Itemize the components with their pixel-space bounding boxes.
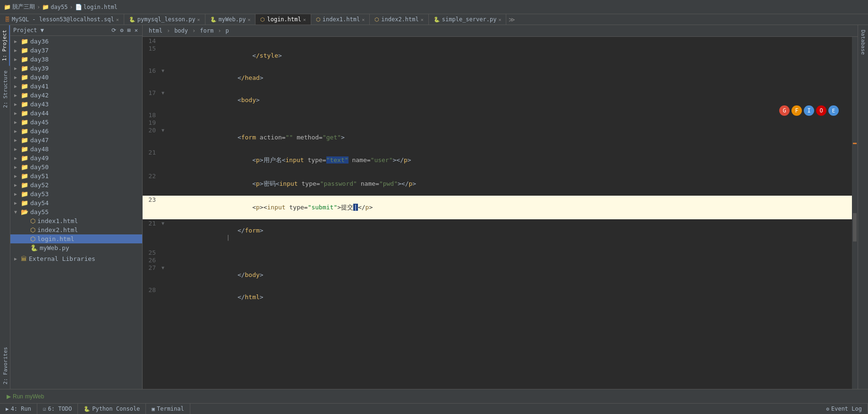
close-icon-simple[interactable]: ✕ — [498, 17, 501, 22]
tab-mysql[interactable]: 🗄 MySQL - lesson53@localhost.sql ✕ — [0, 14, 124, 25]
close-icon-myweb[interactable]: ✕ — [247, 17, 250, 22]
panel-sync-icon[interactable]: ⟳ — [110, 26, 118, 34]
breadcrumb-item-day55[interactable]: 📁 day55 — [42, 4, 68, 10]
path-item-html[interactable]: html — [146, 26, 165, 35]
browser-icon-chrome[interactable]: G — [779, 105, 790, 116]
side-tab-favorites[interactable]: 2: Favorites — [0, 342, 10, 389]
tab-index1[interactable]: ⬡ index1.html ✕ — [311, 14, 370, 25]
tree-item-day50[interactable]: ▶ 📁 day50 — [10, 163, 142, 172]
close-icon-login[interactable]: ✕ — [303, 17, 306, 22]
browser-icon-ie[interactable]: I — [804, 105, 814, 116]
close-icon-mysql[interactable]: ✕ — [116, 17, 119, 22]
tree-item-day48[interactable]: ▶ 📁 day48 — [10, 145, 142, 154]
line-content-25[interactable] — [169, 249, 858, 256]
tree-item-day40[interactable]: ▶ 📁 day40 — [10, 73, 142, 82]
line-content-22[interactable]: <p>密码<input type="password" name="pwd"><… — [169, 172, 858, 196]
breadcrumb-item-root[interactable]: 📁 脱产三期 — [4, 3, 35, 11]
tree-item-day53[interactable]: ▶ 📁 day53 — [10, 190, 142, 198]
tree-item-day54[interactable]: ▶ 📁 day54 — [10, 198, 142, 207]
line-content-16[interactable]: </head> — [169, 67, 858, 89]
code-editor[interactable]: 14 15 </style> 16 — [143, 37, 858, 389]
line-fold-28[interactable] — [162, 286, 169, 308]
path-item-p[interactable]: p — [223, 26, 231, 35]
close-icon-index2[interactable]: ✕ — [421, 17, 424, 22]
bottom-tab-terminal[interactable]: ▣ Terminal — [146, 404, 190, 414]
breadcrumb-item-file[interactable]: 📄 login.html — [75, 4, 118, 10]
tree-item-day46[interactable]: ▶ 📁 day46 — [10, 127, 142, 136]
tree-item-login[interactable]: ⬡ login.html — [10, 234, 142, 243]
line-content-14[interactable] — [169, 37, 858, 44]
tree-item-day45[interactable]: ▶ 📁 day45 — [10, 118, 142, 127]
tree-item-day55[interactable]: ▼ 📂 day55 — [10, 207, 142, 216]
bottom-tab-console[interactable]: 🐍 Python Console — [78, 404, 146, 414]
tree-item-day36[interactable]: ▶ 📁 day36 — [10, 37, 142, 46]
tree-item-index1[interactable]: ⬡ index1.html — [10, 216, 142, 225]
line-fold-23[interactable] — [162, 196, 169, 219]
tree-item-day49[interactable]: ▶ 📁 day49 — [10, 154, 142, 163]
line-content-19[interactable] — [169, 119, 858, 126]
line-fold-17[interactable]: ▼ — [162, 89, 169, 111]
close-icon-index1[interactable]: ✕ — [362, 17, 365, 22]
side-tab-structure[interactable]: 2: Structure — [0, 66, 10, 112]
tree-item-day39[interactable]: ▶ 📁 day39 — [10, 64, 142, 73]
path-item-form[interactable]: form — [197, 26, 216, 35]
tree-item-day37[interactable]: ▶ 📁 day37 — [10, 46, 142, 55]
line-fold-15[interactable] — [162, 44, 169, 67]
line-content-23[interactable]: <p><input type="submit">提交|</p> — [169, 196, 858, 219]
line-content-17[interactable]: <body> — [169, 89, 858, 111]
tree-item-external[interactable]: ▶ 🏛 External Libraries — [10, 254, 142, 263]
scroll-thumb[interactable] — [853, 213, 857, 242]
tree-item-myweb[interactable]: 🐍 myWeb.py — [10, 243, 142, 252]
tree-item-day42[interactable]: ▶ 📁 day42 — [10, 91, 142, 100]
line-content-28[interactable]: </html> — [169, 286, 858, 308]
line-fold-25[interactable] — [162, 249, 169, 256]
tree-item-day41[interactable]: ▶ 📁 day41 — [10, 82, 142, 91]
tree-item-index2[interactable]: ⬡ index2.html — [10, 225, 142, 234]
line-fold-27[interactable]: ▼ — [162, 264, 169, 286]
tab-myweb[interactable]: 🐍 myWeb.py ✕ — [205, 14, 256, 25]
tree-item-day38[interactable]: ▶ 📁 day38 — [10, 55, 142, 64]
panel-hide-icon[interactable]: ✕ — [133, 26, 139, 34]
line-fold-18[interactable] — [162, 111, 169, 119]
line-fold-24[interactable]: ▼ — [162, 219, 169, 249]
bottom-tab-eventlog[interactable]: ⚙ Event Log — [820, 404, 868, 414]
line-content-15[interactable]: </style> — [169, 44, 858, 67]
path-item-body[interactable]: body — [172, 26, 190, 35]
tree-item-day51[interactable]: ▶ 📁 day51 — [10, 172, 142, 181]
browser-icon-edge[interactable]: E — [828, 105, 839, 116]
tree-item-day47[interactable]: ▶ 📁 day47 — [10, 136, 142, 145]
tab-simple[interactable]: 🐍 simple_server.py ✕ — [429, 14, 507, 25]
tabs-overflow-btn[interactable]: ≫ — [506, 16, 518, 23]
tab-login[interactable]: ⬡ login.html ✕ — [255, 14, 311, 25]
panel-layout-icon[interactable]: ⊞ — [126, 26, 132, 34]
bottom-tab-todo[interactable]: ☑ 6: TODO — [37, 404, 78, 414]
scrollbar-track[interactable] — [852, 37, 858, 389]
tree-item-day52[interactable]: ▶ 📁 day52 — [10, 181, 142, 190]
close-icon-pymysql[interactable]: ✕ — [197, 17, 200, 22]
line-fold-26[interactable] — [162, 256, 169, 264]
line-fold-20[interactable]: ▼ — [162, 126, 169, 148]
side-tab-project[interactable]: 1: Project — [0, 25, 10, 66]
line-content-20[interactable]: <form action="" method="get"> — [169, 126, 858, 148]
tab-index2[interactable]: ⬡ index2.html ✕ — [370, 14, 429, 25]
panel-gear-icon[interactable]: ⚙ — [119, 26, 125, 34]
line-content-21[interactable]: <p>用户名<input type="text" name="user"></p… — [169, 148, 858, 172]
line-content-27[interactable]: </body> — [169, 264, 858, 286]
tree-label-day48: day48 — [30, 146, 49, 153]
tab-pymysql[interactable]: 🐍 pymysql_lesson.py ✕ — [124, 14, 205, 25]
line-fold-19[interactable] — [162, 119, 169, 126]
side-tab-database[interactable]: Database — [859, 25, 868, 60]
line-content-24[interactable]: </form> | — [169, 219, 858, 249]
browser-icon-opera[interactable]: O — [816, 105, 826, 116]
line-fold-14[interactable] — [162, 37, 169, 44]
bottom-tab-run[interactable]: ▶ 4: Run — [0, 404, 37, 414]
line-fold-21[interactable] — [162, 148, 169, 172]
run-button[interactable]: ▶ Run myWeb — [4, 392, 47, 401]
tree-item-day43[interactable]: ▶ 📁 day43 — [10, 100, 142, 109]
tree-item-day44[interactable]: ▶ 📁 day44 — [10, 109, 142, 118]
browser-icon-firefox[interactable]: F — [791, 105, 802, 116]
line-content-26[interactable] — [169, 256, 858, 264]
line-content-18[interactable] — [169, 111, 858, 119]
line-fold-22[interactable] — [162, 172, 169, 196]
line-fold-16[interactable]: ▼ — [162, 67, 169, 89]
